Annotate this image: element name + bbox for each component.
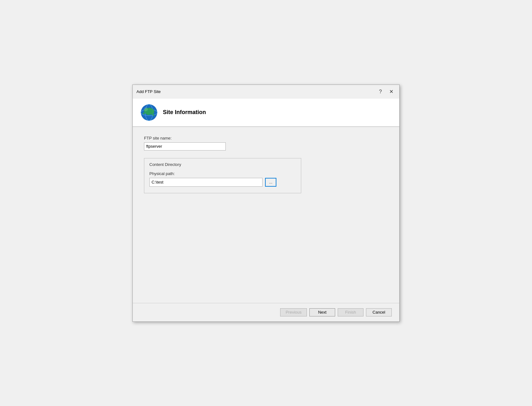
ftp-site-name-field: FTP site name: xyxy=(144,136,388,151)
section-title: Site Information xyxy=(163,109,206,116)
ftp-site-name-input[interactable] xyxy=(144,142,226,151)
physical-path-input[interactable] xyxy=(149,178,263,187)
content-area: FTP site name: Content Directory Physica… xyxy=(133,127,399,303)
physical-path-label: Physical path: xyxy=(149,171,296,176)
help-button[interactable]: ? xyxy=(376,87,385,96)
previous-button[interactable]: Previous xyxy=(280,308,307,316)
physical-path-field: Physical path: ... xyxy=(149,171,296,187)
close-button[interactable]: ✕ xyxy=(387,87,396,96)
path-row: ... xyxy=(149,178,296,187)
browse-button[interactable]: ... xyxy=(265,178,276,187)
dialog-title: Add FTP Site xyxy=(136,89,161,94)
svg-point-3 xyxy=(144,107,148,111)
content-directory-label: Content Directory xyxy=(149,162,296,167)
footer: Previous Next Finish Cancel xyxy=(133,303,399,321)
add-ftp-site-dialog: Add FTP Site ? ✕ Site Information xyxy=(132,85,400,322)
title-bar-controls: ? ✕ xyxy=(376,87,396,96)
finish-button[interactable]: Finish xyxy=(338,308,363,316)
title-bar-left: Add FTP Site xyxy=(136,89,161,94)
globe-icon xyxy=(140,104,158,121)
cancel-button[interactable]: Cancel xyxy=(366,308,392,316)
title-bar: Add FTP Site ? ✕ xyxy=(133,85,399,99)
content-directory-group: Content Directory Physical path: ... xyxy=(144,158,301,193)
ftp-site-name-label: FTP site name: xyxy=(144,136,388,140)
next-button[interactable]: Next xyxy=(309,308,335,316)
header-section: Site Information xyxy=(133,99,399,127)
